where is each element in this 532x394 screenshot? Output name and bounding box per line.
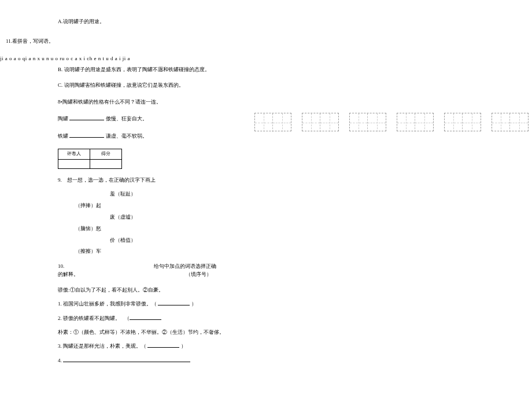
writing-cell[interactable] (510, 113, 528, 132)
writing-box-6[interactable] (492, 113, 529, 131)
q8-blank1[interactable] (69, 120, 104, 120)
q9-r2b: 废（虚墟） (110, 212, 136, 223)
q10-item1-text: 1. 祖国河山壮丽多娇，我感到非常骄傲。（ (58, 301, 157, 307)
q11-pinyin: ji a o a o qi a n x u n u o ru o c a x i… (0, 54, 249, 62)
q9-r3b: 价（植值） (110, 235, 136, 246)
q10-item4: 4. (58, 358, 62, 363)
q10-item4-wrap: 4. (58, 356, 249, 364)
q10-num: 10. (58, 263, 64, 269)
writing-boxes (254, 113, 529, 131)
q9-r1b: 羞（耻趾） (110, 189, 136, 200)
q10-text: 给句中加点的词语选择正确 (154, 263, 216, 269)
score-h1: 评卷人 (58, 149, 90, 160)
option-b: B. 说明罐子的用途是盛东西，表明了陶罐不愿和铁罐碰撞的态度。 (58, 65, 249, 73)
q10-item3-wrap: 3. 陶罐还是那样光洁，朴素，美观。（ ） (58, 342, 249, 350)
q8-blank2[interactable] (69, 137, 104, 138)
q9-r2a: （脑恼）怒 (75, 226, 101, 231)
writing-box-2[interactable] (302, 113, 339, 131)
q10-item3-end: ） (181, 343, 186, 349)
q8-row2: 铁罐 谦虚、毫不软弱。 (58, 132, 249, 140)
q8-row1-left: 陶罐 (58, 116, 68, 121)
q10-item1: 1. 祖国河山壮丽多娇，我感到非常骄傲。（ ） (58, 300, 249, 308)
writing-cell[interactable] (350, 113, 368, 132)
writing-cell[interactable] (445, 113, 463, 132)
writing-cell[interactable] (273, 113, 291, 132)
q10-item3: 3. 陶罐还是那样光洁，朴素，美观。（ (58, 343, 146, 349)
score-table: 评卷人 得分 (58, 149, 122, 169)
writing-box-3[interactable] (349, 113, 386, 131)
q8-row1: 陶罐 傲慢、狂妄自大。 (58, 115, 249, 123)
writing-cell[interactable] (255, 113, 273, 132)
q10-blank2[interactable] (130, 319, 161, 320)
writing-cell[interactable] (492, 113, 510, 132)
q10-blank3[interactable] (147, 347, 179, 348)
q10-blank4[interactable] (63, 362, 190, 362)
q9-r3a: （擦擦）车 (75, 248, 101, 254)
q10-item1-end: ） (191, 301, 197, 307)
q9-title: 9. 想一想，选一选，在正确的汉字下画上 (58, 176, 249, 184)
q10-item2-wrap: 2. 骄傲的铁罐看不起陶罐。 （ (58, 314, 249, 322)
score-cell1[interactable] (58, 159, 90, 168)
q8-text: 8•陶罐和铁罐的性格有什么不同？请连一连。 (58, 98, 249, 106)
writing-cell[interactable] (397, 113, 415, 132)
q10-title: 10. 给句中加点的词语选择正确 的解释。 （填序号） (58, 262, 249, 279)
q9-row1: 羞（耻趾） （摔捧）起 废（虚墟） （脑恼）怒 价（植值） （擦擦）车 (75, 189, 249, 257)
option-a: A.说明罐子的用途。 (58, 17, 249, 25)
q10-blank1[interactable] (158, 305, 190, 305)
q8-row1-right: 傲慢、狂妄自大。 (106, 116, 147, 121)
q8-row2-left: 铁罐 (58, 133, 68, 139)
option-c: C. 说明陶罐害怕和铁罐碰撞，故意说它们是装东西的。 (58, 81, 249, 89)
writing-cell[interactable] (368, 113, 386, 132)
score-cell2[interactable] (90, 159, 122, 168)
q11-title: 11.看拼音，写词语。 (6, 37, 249, 45)
q10-item2: 2. 骄傲的铁罐看不起陶罐。 (58, 315, 120, 321)
writing-box-1[interactable] (254, 113, 291, 131)
score-h2: 得分 (90, 149, 122, 160)
writing-cell[interactable] (415, 113, 433, 132)
q10-def1: 骄傲:①自以为了不起，看不起别人。②自豪。 (58, 286, 249, 294)
writing-box-5[interactable] (444, 113, 481, 131)
q10-hint: （填序号） (186, 271, 212, 277)
q8-row2-right: 谦虚、毫不软弱。 (106, 133, 147, 139)
writing-cell[interactable] (320, 113, 338, 132)
q10-tail: 的解释。 (58, 271, 79, 277)
q9-r1a: （摔捧）起 (75, 202, 101, 208)
writing-cell[interactable] (302, 113, 320, 132)
writing-box-4[interactable] (397, 113, 434, 131)
writing-cell[interactable] (463, 113, 481, 132)
q10-def2: 朴素：①（颜色、式样等）不浓艳，不华丽。②（生活）节约，不奢侈。 (58, 328, 249, 336)
